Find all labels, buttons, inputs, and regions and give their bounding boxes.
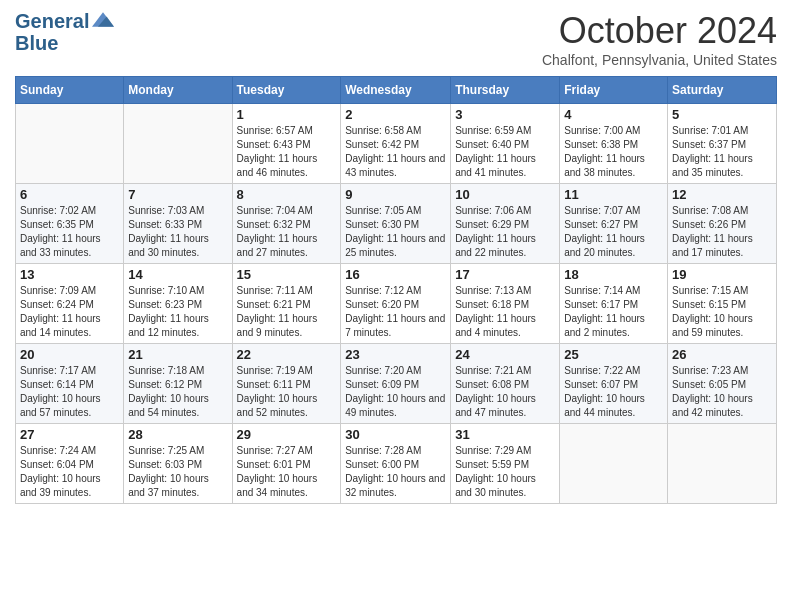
calendar-cell: [16, 104, 124, 184]
month-title: October 2024: [542, 10, 777, 52]
day-number: 31: [455, 427, 555, 442]
calendar-cell: 23Sunrise: 7:20 AM Sunset: 6:09 PM Dayli…: [341, 344, 451, 424]
day-info: Sunrise: 7:25 AM Sunset: 6:03 PM Dayligh…: [128, 444, 227, 500]
calendar-cell: 18Sunrise: 7:14 AM Sunset: 6:17 PM Dayli…: [560, 264, 668, 344]
calendar-cell: 30Sunrise: 7:28 AM Sunset: 6:00 PM Dayli…: [341, 424, 451, 504]
calendar-cell: 26Sunrise: 7:23 AM Sunset: 6:05 PM Dayli…: [668, 344, 777, 424]
weekday-header-sunday: Sunday: [16, 77, 124, 104]
calendar-cell: 28Sunrise: 7:25 AM Sunset: 6:03 PM Dayli…: [124, 424, 232, 504]
weekday-header-wednesday: Wednesday: [341, 77, 451, 104]
logo-general: General: [15, 10, 89, 32]
day-info: Sunrise: 7:14 AM Sunset: 6:17 PM Dayligh…: [564, 284, 663, 340]
day-number: 4: [564, 107, 663, 122]
calendar-cell: 1Sunrise: 6:57 AM Sunset: 6:43 PM Daylig…: [232, 104, 341, 184]
day-info: Sunrise: 7:03 AM Sunset: 6:33 PM Dayligh…: [128, 204, 227, 260]
logo-icon: [92, 12, 114, 30]
day-number: 24: [455, 347, 555, 362]
day-info: Sunrise: 6:58 AM Sunset: 6:42 PM Dayligh…: [345, 124, 446, 180]
day-info: Sunrise: 7:07 AM Sunset: 6:27 PM Dayligh…: [564, 204, 663, 260]
day-number: 30: [345, 427, 446, 442]
day-info: Sunrise: 7:29 AM Sunset: 5:59 PM Dayligh…: [455, 444, 555, 500]
day-info: Sunrise: 7:12 AM Sunset: 6:20 PM Dayligh…: [345, 284, 446, 340]
calendar-cell: 22Sunrise: 7:19 AM Sunset: 6:11 PM Dayli…: [232, 344, 341, 424]
day-number: 12: [672, 187, 772, 202]
weekday-header-saturday: Saturday: [668, 77, 777, 104]
calendar-cell: 13Sunrise: 7:09 AM Sunset: 6:24 PM Dayli…: [16, 264, 124, 344]
day-number: 22: [237, 347, 337, 362]
day-info: Sunrise: 7:01 AM Sunset: 6:37 PM Dayligh…: [672, 124, 772, 180]
day-number: 15: [237, 267, 337, 282]
day-info: Sunrise: 7:21 AM Sunset: 6:08 PM Dayligh…: [455, 364, 555, 420]
weekday-header-monday: Monday: [124, 77, 232, 104]
location-subtitle: Chalfont, Pennsylvania, United States: [542, 52, 777, 68]
day-info: Sunrise: 7:17 AM Sunset: 6:14 PM Dayligh…: [20, 364, 119, 420]
day-number: 19: [672, 267, 772, 282]
page-header: General Blue October 2024 Chalfont, Penn…: [15, 10, 777, 68]
calendar-cell: [668, 424, 777, 504]
day-number: 21: [128, 347, 227, 362]
day-info: Sunrise: 7:18 AM Sunset: 6:12 PM Dayligh…: [128, 364, 227, 420]
title-section: October 2024 Chalfont, Pennsylvania, Uni…: [542, 10, 777, 68]
day-number: 5: [672, 107, 772, 122]
calendar-cell: [124, 104, 232, 184]
weekday-header-friday: Friday: [560, 77, 668, 104]
day-info: Sunrise: 7:15 AM Sunset: 6:15 PM Dayligh…: [672, 284, 772, 340]
weekday-header-tuesday: Tuesday: [232, 77, 341, 104]
day-info: Sunrise: 7:02 AM Sunset: 6:35 PM Dayligh…: [20, 204, 119, 260]
day-info: Sunrise: 7:09 AM Sunset: 6:24 PM Dayligh…: [20, 284, 119, 340]
logo-blue-text: Blue: [15, 32, 58, 54]
calendar-cell: 9Sunrise: 7:05 AM Sunset: 6:30 PM Daylig…: [341, 184, 451, 264]
day-number: 28: [128, 427, 227, 442]
day-info: Sunrise: 7:27 AM Sunset: 6:01 PM Dayligh…: [237, 444, 337, 500]
day-number: 26: [672, 347, 772, 362]
calendar-cell: [560, 424, 668, 504]
day-number: 8: [237, 187, 337, 202]
day-number: 3: [455, 107, 555, 122]
day-number: 25: [564, 347, 663, 362]
day-number: 10: [455, 187, 555, 202]
day-number: 13: [20, 267, 119, 282]
day-info: Sunrise: 7:11 AM Sunset: 6:21 PM Dayligh…: [237, 284, 337, 340]
calendar-cell: 29Sunrise: 7:27 AM Sunset: 6:01 PM Dayli…: [232, 424, 341, 504]
calendar-cell: 5Sunrise: 7:01 AM Sunset: 6:37 PM Daylig…: [668, 104, 777, 184]
day-info: Sunrise: 6:57 AM Sunset: 6:43 PM Dayligh…: [237, 124, 337, 180]
week-row-3: 13Sunrise: 7:09 AM Sunset: 6:24 PM Dayli…: [16, 264, 777, 344]
day-info: Sunrise: 7:00 AM Sunset: 6:38 PM Dayligh…: [564, 124, 663, 180]
day-number: 14: [128, 267, 227, 282]
calendar-cell: 11Sunrise: 7:07 AM Sunset: 6:27 PM Dayli…: [560, 184, 668, 264]
day-number: 27: [20, 427, 119, 442]
calendar-cell: 19Sunrise: 7:15 AM Sunset: 6:15 PM Dayli…: [668, 264, 777, 344]
day-number: 16: [345, 267, 446, 282]
calendar-cell: 7Sunrise: 7:03 AM Sunset: 6:33 PM Daylig…: [124, 184, 232, 264]
calendar-cell: 14Sunrise: 7:10 AM Sunset: 6:23 PM Dayli…: [124, 264, 232, 344]
week-row-1: 1Sunrise: 6:57 AM Sunset: 6:43 PM Daylig…: [16, 104, 777, 184]
calendar-cell: 16Sunrise: 7:12 AM Sunset: 6:20 PM Dayli…: [341, 264, 451, 344]
calendar-cell: 17Sunrise: 7:13 AM Sunset: 6:18 PM Dayli…: [451, 264, 560, 344]
logo: General Blue: [15, 10, 114, 54]
day-info: Sunrise: 7:05 AM Sunset: 6:30 PM Dayligh…: [345, 204, 446, 260]
day-number: 18: [564, 267, 663, 282]
calendar-cell: 25Sunrise: 7:22 AM Sunset: 6:07 PM Dayli…: [560, 344, 668, 424]
calendar-cell: 6Sunrise: 7:02 AM Sunset: 6:35 PM Daylig…: [16, 184, 124, 264]
calendar-cell: 27Sunrise: 7:24 AM Sunset: 6:04 PM Dayli…: [16, 424, 124, 504]
day-number: 17: [455, 267, 555, 282]
calendar-cell: 12Sunrise: 7:08 AM Sunset: 6:26 PM Dayli…: [668, 184, 777, 264]
calendar-cell: 10Sunrise: 7:06 AM Sunset: 6:29 PM Dayli…: [451, 184, 560, 264]
day-number: 11: [564, 187, 663, 202]
day-info: Sunrise: 7:23 AM Sunset: 6:05 PM Dayligh…: [672, 364, 772, 420]
day-info: Sunrise: 7:20 AM Sunset: 6:09 PM Dayligh…: [345, 364, 446, 420]
day-info: Sunrise: 6:59 AM Sunset: 6:40 PM Dayligh…: [455, 124, 555, 180]
day-number: 2: [345, 107, 446, 122]
day-info: Sunrise: 7:28 AM Sunset: 6:00 PM Dayligh…: [345, 444, 446, 500]
day-info: Sunrise: 7:08 AM Sunset: 6:26 PM Dayligh…: [672, 204, 772, 260]
day-number: 23: [345, 347, 446, 362]
day-info: Sunrise: 7:13 AM Sunset: 6:18 PM Dayligh…: [455, 284, 555, 340]
day-info: Sunrise: 7:10 AM Sunset: 6:23 PM Dayligh…: [128, 284, 227, 340]
calendar-cell: 2Sunrise: 6:58 AM Sunset: 6:42 PM Daylig…: [341, 104, 451, 184]
week-row-5: 27Sunrise: 7:24 AM Sunset: 6:04 PM Dayli…: [16, 424, 777, 504]
day-number: 20: [20, 347, 119, 362]
calendar-table: SundayMondayTuesdayWednesdayThursdayFrid…: [15, 76, 777, 504]
day-info: Sunrise: 7:22 AM Sunset: 6:07 PM Dayligh…: [564, 364, 663, 420]
day-info: Sunrise: 7:19 AM Sunset: 6:11 PM Dayligh…: [237, 364, 337, 420]
calendar-cell: 3Sunrise: 6:59 AM Sunset: 6:40 PM Daylig…: [451, 104, 560, 184]
